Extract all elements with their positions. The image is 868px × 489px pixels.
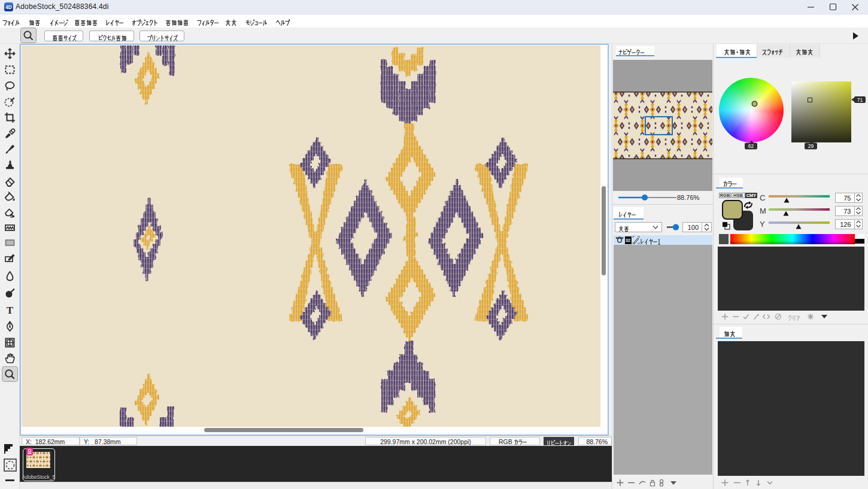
svg-text:62: 62 xyxy=(748,143,754,149)
svg-text:71: 71 xyxy=(857,97,863,103)
svg-text:4D: 4D xyxy=(5,5,12,10)
svg-text:29: 29 xyxy=(808,143,814,149)
svg-text:T: T xyxy=(7,305,14,316)
